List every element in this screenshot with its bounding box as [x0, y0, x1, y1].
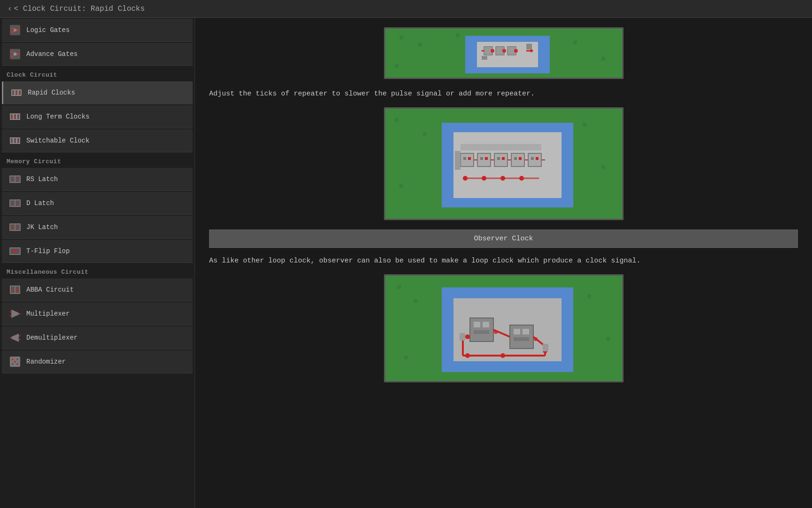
svg-rect-117 — [497, 157, 500, 160]
sidebar-item-logic-gates[interactable]: Logic Gates — [2, 19, 193, 42]
svg-rect-107 — [494, 153, 508, 167]
svg-rect-120 — [519, 157, 522, 160]
switchable-clock-icon — [8, 134, 22, 147]
sidebar-item-abba-circuit[interactable]: ABBA Circuit — [2, 278, 193, 302]
mc-scene-top — [385, 29, 624, 79]
svg-point-88 — [514, 49, 518, 53]
svg-point-30 — [17, 139, 19, 141]
svg-rect-109 — [511, 153, 524, 167]
svg-rect-115 — [480, 157, 483, 160]
sidebar: Logic Gates Advance Gates Clock Circuit — [0, 18, 195, 508]
svg-point-4 — [14, 29, 16, 32]
sidebar-item-rs-latch[interactable]: RS Latch — [2, 168, 193, 191]
svg-point-15 — [12, 91, 14, 93]
svg-rect-99 — [399, 184, 403, 188]
svg-rect-141 — [606, 337, 610, 341]
svg-point-162 — [465, 334, 470, 339]
text-adjust-ticks: Adjust the ticks of repeater to slower t… — [209, 88, 798, 100]
image-top — [209, 27, 798, 79]
svg-rect-6 — [11, 51, 14, 53]
svg-rect-60 — [19, 313, 21, 314]
sidebar-item-rapid-clocks[interactable]: Rapid Clocks — [2, 81, 193, 104]
mc-scene-observer — [385, 276, 624, 382]
advance-gates-icon — [8, 48, 22, 61]
sidebar-item-abba-circuit-label: ABBA Circuit — [26, 286, 74, 294]
long-term-clocks-icon — [8, 110, 22, 123]
sidebar-item-advance-gates-label: Advance Gates — [26, 50, 78, 58]
sidebar-item-jk-latch[interactable]: JK Latch — [2, 216, 193, 239]
image-observer — [209, 274, 798, 382]
svg-rect-98 — [601, 165, 605, 169]
svg-rect-139 — [414, 299, 417, 303]
svg-rect-97 — [583, 123, 586, 127]
mc-scene-middle — [385, 109, 624, 220]
sidebar-item-randomizer[interactable]: Randomizer — [2, 350, 193, 373]
sidebar-item-d-latch[interactable]: D Latch — [2, 192, 193, 215]
svg-point-164 — [500, 353, 505, 358]
back-button[interactable]: ‹ < Clock Circuit: Rapid Clocks — [8, 5, 145, 13]
svg-point-86 — [491, 49, 494, 53]
sidebar-item-multiplexer[interactable]: Multiplexer — [2, 302, 193, 325]
svg-rect-75 — [573, 40, 577, 44]
svg-rect-92 — [526, 44, 532, 49]
main-layout: Logic Gates Advance Gates Clock Circuit — [0, 18, 812, 508]
svg-rect-146 — [470, 318, 493, 341]
svg-rect-41 — [16, 203, 19, 204]
svg-rect-59 — [10, 315, 12, 316]
svg-point-132 — [482, 176, 486, 181]
abba-circuit-icon — [8, 283, 22, 296]
svg-rect-138 — [397, 285, 401, 289]
svg-rect-46 — [11, 228, 14, 229]
sidebar-item-logic-gates-label: Logic Gates — [26, 26, 70, 34]
rs-latch-icon — [8, 173, 22, 186]
svg-rect-40 — [11, 203, 14, 204]
memory-circuit-section-label: Memory Circuit — [0, 153, 195, 167]
svg-rect-7 — [11, 56, 14, 57]
randomizer-icon — [8, 355, 22, 368]
sidebar-item-rs-latch-label: RS Latch — [26, 175, 58, 183]
svg-point-29 — [11, 139, 13, 141]
sidebar-item-multiplexer-label: Multiplexer — [26, 310, 70, 318]
sidebar-item-long-term-clocks[interactable]: Long Term Clocks — [2, 105, 193, 128]
svg-rect-34 — [11, 179, 14, 180]
svg-rect-63 — [19, 339, 21, 340]
svg-point-133 — [500, 176, 505, 181]
svg-rect-118 — [502, 157, 505, 160]
image-middle — [209, 107, 798, 220]
svg-rect-55 — [12, 289, 14, 291]
svg-point-67 — [16, 358, 18, 360]
svg-rect-36 — [16, 180, 19, 181]
sidebar-item-demultiplexer[interactable]: Demultiplexer — [2, 326, 193, 349]
back-icon: ‹ — [8, 5, 12, 13]
sidebar-item-advance-gates[interactable]: Advance Gates — [2, 43, 193, 66]
svg-rect-95 — [395, 118, 398, 122]
t-flip-flop-icon — [8, 245, 22, 258]
svg-rect-3 — [16, 29, 19, 31]
title-bar: ‹ < Clock Circuit: Rapid Clocks — [0, 0, 812, 18]
svg-point-93 — [530, 49, 533, 52]
svg-point-87 — [502, 49, 506, 53]
svg-rect-121 — [531, 157, 534, 160]
d-latch-icon — [8, 197, 22, 210]
sidebar-item-t-flip-flop[interactable]: T-Flip Flop — [2, 240, 193, 263]
svg-rect-51 — [15, 249, 16, 253]
sidebar-item-randomizer-label: Randomizer — [26, 358, 66, 365]
svg-point-22 — [11, 115, 13, 117]
svg-rect-154 — [523, 329, 529, 334]
sidebar-item-d-latch-label: D Latch — [26, 199, 54, 207]
svg-rect-168 — [460, 333, 465, 341]
svg-point-23 — [14, 116, 16, 118]
svg-point-68 — [14, 361, 16, 363]
svg-rect-33 — [16, 176, 20, 182]
svg-rect-64 — [10, 337, 12, 338]
demultiplexer-icon — [8, 331, 22, 344]
sidebar-item-switchable-clock[interactable]: Switchable Clock — [2, 129, 193, 152]
svg-point-10 — [14, 53, 16, 55]
svg-point-17 — [19, 91, 21, 93]
svg-point-131 — [463, 176, 468, 181]
title-bar-label: < Clock Circuit: Rapid Clocks — [14, 5, 145, 13]
sidebar-item-demultiplexer-label: Demultiplexer — [26, 334, 78, 341]
svg-rect-148 — [474, 322, 480, 327]
svg-rect-35 — [16, 178, 19, 179]
svg-marker-61 — [11, 333, 19, 342]
